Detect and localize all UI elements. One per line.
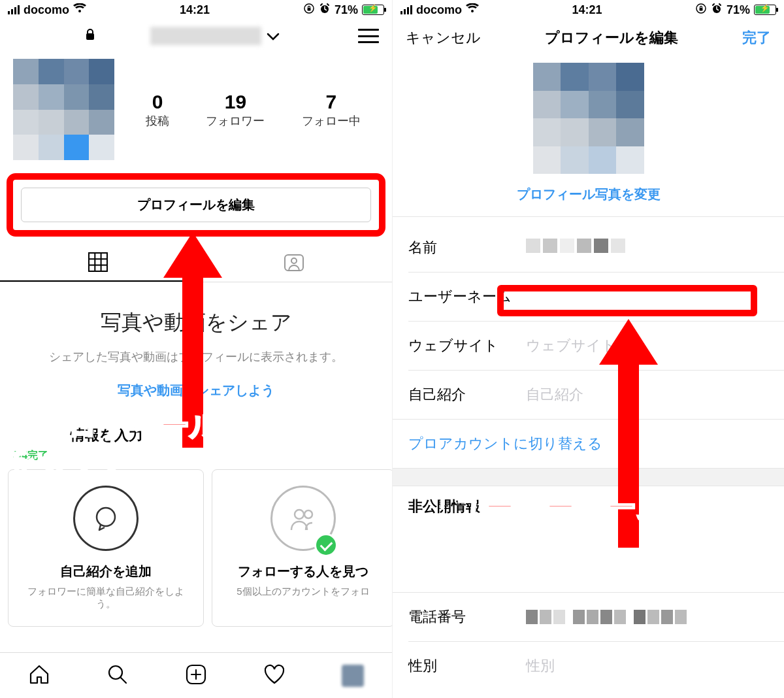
status-bar: docomo 14:21 71% ⚡: [393, 0, 784, 20]
svg-rect-4: [89, 253, 107, 271]
posts-count: 0: [146, 91, 169, 113]
tagged-tab[interactable]: [196, 243, 392, 282]
lock-icon: [85, 29, 95, 43]
posts-stat[interactable]: 0 投稿: [146, 91, 169, 129]
username-display[interactable]: [150, 27, 261, 45]
svg-point-14: [109, 666, 122, 679]
checkmark-icon: [314, 533, 338, 557]
svg-point-10: [291, 258, 297, 263]
battery-pct: 71%: [727, 3, 750, 17]
profile-avatar[interactable]: [13, 59, 114, 160]
gender-label: 性別: [408, 656, 526, 676]
alarm-icon: [711, 3, 723, 18]
carrier-label: docomo: [416, 3, 462, 17]
card-title: フォローする人を見つ: [223, 563, 384, 580]
gender-row[interactable]: 性別 性別: [393, 642, 784, 690]
following-label: フォロー中: [302, 113, 361, 129]
cancel-button[interactable]: キャンセル: [406, 28, 481, 48]
annotation-text: 「プロフィールを編集」 をタップ: [7, 408, 341, 478]
search-icon[interactable]: [106, 663, 129, 688]
username-highlight: [497, 285, 757, 316]
svg-point-13: [304, 510, 312, 518]
chat-bubble-icon: [73, 486, 139, 551]
alarm-icon: [319, 3, 331, 18]
status-bar: docomo 14:21 71% ⚡: [0, 0, 392, 20]
followers-count: 19: [206, 91, 265, 113]
add-post-icon[interactable]: [185, 663, 207, 688]
card-subtitle: 5個以上のアカウントをフォロ: [223, 586, 384, 598]
annotation-text: 「ユーザーネーム」 をタップ: [424, 490, 697, 559]
wifi-icon: [466, 3, 479, 17]
phone-label: 電話番号: [408, 607, 526, 627]
header-title: プロフィールを編集: [545, 28, 678, 48]
tagged-icon: [283, 253, 305, 273]
battery-icon: ⚡: [362, 5, 384, 15]
posts-label: 投稿: [146, 113, 169, 129]
find-people-card[interactable]: フォローする人を見つ 5個以上のアカウントをフォロ: [212, 469, 392, 627]
profile-screen: docomo 14:21 71% ⚡: [0, 0, 392, 698]
svg-rect-1: [307, 8, 310, 11]
name-label: 名前: [408, 238, 526, 258]
following-count: 7: [302, 91, 361, 113]
done-button[interactable]: 完了: [742, 28, 771, 48]
suggestion-cards: 自己紹介を追加 フォロワーに簡単な自己紹介をしよう。 フォローする人を見つ 5個…: [0, 469, 392, 627]
profile-stats-row: 0 投稿 19 フォロワー 7 フォロー中: [0, 52, 392, 160]
rotation-lock-icon: [303, 3, 315, 18]
phone-field[interactable]: [526, 610, 768, 624]
activity-icon[interactable]: [263, 663, 286, 688]
edit-profile-screen: docomo 14:21 71% ⚡ キャンセル プロフィールを編集 完了: [392, 0, 784, 698]
card-subtitle: フォロワーに簡単な自己紹介をしよう。: [19, 586, 193, 610]
gender-field[interactable]: 性別: [526, 656, 768, 676]
rotation-lock-icon: [695, 3, 707, 18]
switch-pro-link[interactable]: プロアカウントに切り替える: [393, 420, 784, 468]
signal-icon: [400, 5, 412, 14]
hamburger-menu-icon[interactable]: [358, 29, 379, 43]
grid-icon: [88, 252, 108, 272]
profile-photo-section: プロフィール写真を変更: [393, 56, 784, 216]
profile-header: [0, 20, 392, 52]
svg-rect-3: [86, 33, 94, 40]
followers-label: フォロワー: [206, 113, 265, 129]
wifi-icon: [73, 3, 86, 17]
edit-profile-highlight: プロフィールを編集: [7, 173, 385, 237]
phone-row[interactable]: 電話番号: [393, 593, 784, 641]
profile-nav-icon[interactable]: [342, 665, 364, 687]
clock: 14:21: [572, 3, 602, 17]
name-field[interactable]: [526, 239, 768, 257]
svg-point-12: [295, 510, 304, 519]
add-bio-card[interactable]: 自己紹介を追加 フォロワーに簡単な自己紹介をしよう。: [8, 469, 204, 627]
svg-line-15: [121, 678, 126, 683]
home-icon[interactable]: [28, 663, 50, 688]
signal-icon: [8, 5, 20, 14]
svg-rect-20: [699, 8, 702, 11]
website-row[interactable]: ウェブサイト ウェブサイト: [393, 322, 784, 370]
battery-pct: 71%: [335, 3, 358, 17]
bio-row[interactable]: 自己紹介 自己紹介: [393, 371, 784, 419]
bio-label: 自己紹介: [408, 385, 526, 405]
following-stat[interactable]: 7 フォロー中: [302, 91, 361, 129]
edit-profile-button[interactable]: プロフィールを編集: [21, 188, 371, 222]
name-row[interactable]: 名前: [393, 224, 784, 272]
chevron-down-icon[interactable]: [267, 29, 280, 44]
profile-photo[interactable]: [533, 63, 644, 174]
battery-icon: ⚡: [754, 5, 776, 15]
svg-point-11: [97, 508, 115, 526]
clock: 14:21: [180, 3, 210, 17]
carrier-label: docomo: [24, 3, 69, 17]
change-photo-link[interactable]: プロフィール写真を変更: [517, 187, 661, 201]
website-label: ウェブサイト: [408, 336, 526, 356]
followers-stat[interactable]: 19 フォロワー: [206, 91, 265, 129]
bottom-nav: [0, 652, 392, 698]
card-title: 自己紹介を追加: [19, 563, 193, 580]
edit-header: キャンセル プロフィールを編集 完了: [393, 20, 784, 56]
